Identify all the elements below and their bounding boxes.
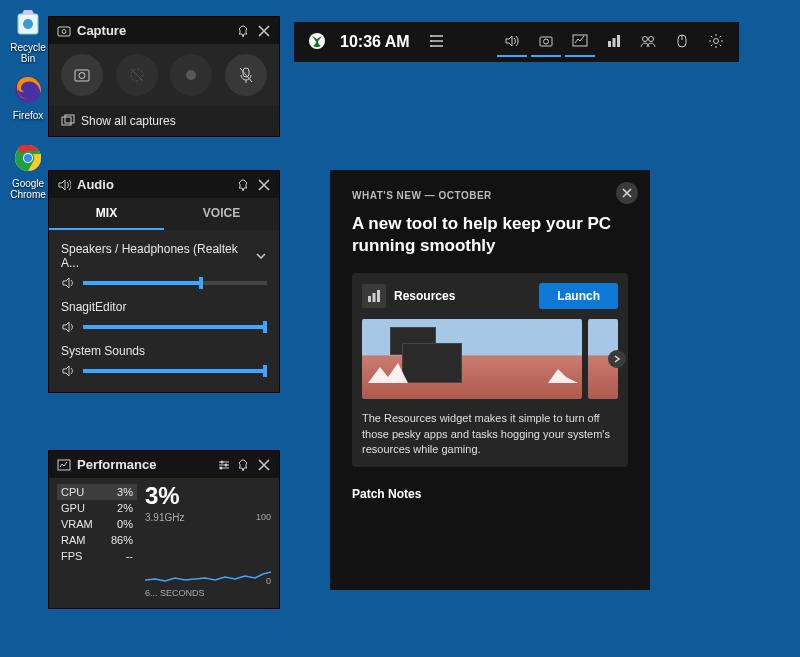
stat-row-fps[interactable]: FPS--: [57, 548, 137, 564]
gamebar-topbar: 10:36 AM: [294, 22, 739, 62]
mic-mute-button[interactable]: [225, 54, 267, 96]
pin-icon[interactable]: [237, 458, 251, 472]
resources-icon: [362, 284, 386, 308]
audio-device-name: SnagitEditor: [61, 300, 267, 314]
tab-voice[interactable]: VOICE: [164, 198, 279, 230]
chevron-down-icon: [255, 250, 267, 262]
perf-chart: 100 0 6... SECONDS: [145, 524, 271, 584]
stat-row-ram[interactable]: RAM86%: [57, 532, 137, 548]
svg-point-18: [225, 463, 228, 466]
desktop-icon-label: Firefox: [10, 110, 46, 121]
volume-icon[interactable]: [61, 320, 75, 334]
svg-point-6: [24, 154, 32, 162]
volume-icon[interactable]: [61, 276, 75, 290]
record-button[interactable]: [170, 54, 212, 96]
desktop-icon-label: Google Chrome: [10, 178, 46, 200]
svg-point-22: [430, 40, 432, 42]
svg-point-10: [79, 73, 85, 79]
svg-rect-15: [65, 115, 74, 123]
topbar-capture-icon[interactable]: [531, 27, 561, 57]
svg-rect-29: [617, 35, 620, 47]
topbar-resources-icon[interactable]: [599, 27, 629, 57]
stat-row-gpu[interactable]: GPU2%: [57, 500, 137, 516]
topbar-performance-icon[interactable]: [565, 27, 595, 57]
svg-point-12: [186, 70, 196, 80]
record-last-button[interactable]: [116, 54, 158, 96]
pin-icon[interactable]: [237, 24, 251, 38]
patch-notes-link[interactable]: Patch Notes: [352, 487, 628, 501]
card-name: Resources: [394, 289, 531, 303]
card-description: The Resources widget makes it simple to …: [362, 411, 618, 457]
svg-rect-28: [613, 38, 616, 47]
news-header: WHAT'S NEW — OCTOBER: [352, 190, 628, 201]
svg-rect-37: [377, 290, 380, 302]
gallery-icon: [61, 114, 75, 128]
audio-device-name[interactable]: Speakers / Headphones (Realtek A...: [61, 242, 267, 270]
audio-device-name: System Sounds: [61, 344, 267, 358]
svg-marker-39: [548, 369, 578, 383]
svg-rect-7: [58, 27, 70, 36]
svg-point-17: [221, 460, 224, 463]
desktop-icon-recycle-bin[interactable]: Recycle Bin: [10, 4, 46, 64]
desktop-icon-label: Recycle Bin: [10, 42, 46, 64]
settings-icon[interactable]: [701, 27, 731, 57]
next-arrow-icon[interactable]: [608, 350, 626, 368]
show-all-captures-link[interactable]: Show all captures: [49, 106, 279, 136]
tab-mix[interactable]: MIX: [49, 198, 164, 230]
stat-row-vram[interactable]: VRAM0%: [57, 516, 137, 532]
svg-rect-35: [368, 296, 371, 302]
widget-title: Audio: [77, 177, 231, 192]
svg-point-25: [544, 39, 549, 44]
close-icon[interactable]: [257, 178, 271, 192]
svg-point-31: [649, 37, 654, 42]
topbar-mouse-icon[interactable]: [667, 27, 697, 57]
svg-rect-16: [58, 460, 70, 470]
volume-slider[interactable]: [83, 325, 267, 329]
performance-widget: Performance CPU3% GPU2% VRAM0% RAM86% FP…: [48, 450, 280, 609]
desktop-icon-firefox[interactable]: Firefox: [10, 72, 46, 121]
firefox-icon: [10, 72, 46, 108]
pin-icon[interactable]: [237, 178, 251, 192]
stat-big-value: 3%: [145, 484, 271, 508]
audio-icon: [57, 178, 71, 192]
widgets-menu-icon[interactable]: [422, 27, 452, 57]
stat-row-cpu[interactable]: CPU3%: [57, 484, 137, 500]
whats-new-panel: WHAT'S NEW — OCTOBER A new tool to help …: [330, 170, 650, 590]
topbar-audio-icon[interactable]: [497, 27, 527, 57]
capture-icon: [57, 24, 71, 38]
close-icon[interactable]: [257, 24, 271, 38]
svg-point-23: [430, 45, 432, 47]
close-icon[interactable]: [616, 182, 638, 204]
capture-widget: Capture Show all captures: [48, 16, 280, 137]
topbar-social-icon[interactable]: [633, 27, 663, 57]
svg-rect-24: [540, 37, 552, 46]
volume-icon[interactable]: [61, 364, 75, 378]
widget-title: Performance: [77, 457, 211, 472]
screenshot-preview: [362, 319, 582, 399]
svg-point-8: [62, 29, 66, 33]
chrome-icon: [10, 140, 46, 176]
svg-point-19: [220, 466, 223, 469]
xbox-icon[interactable]: [302, 27, 332, 57]
news-title: A new tool to help keep your PC running …: [352, 213, 628, 257]
widget-title: Capture: [77, 23, 231, 38]
stat-sub-value: 3.91GHz: [145, 512, 271, 523]
svg-rect-36: [373, 293, 376, 302]
screenshot-button[interactable]: [61, 54, 103, 96]
audio-widget: Audio MIX VOICE Speakers / Headphones (R…: [48, 170, 280, 393]
volume-slider[interactable]: [83, 369, 267, 373]
svg-rect-27: [608, 41, 611, 47]
svg-point-21: [430, 35, 432, 37]
close-icon[interactable]: [257, 458, 271, 472]
recycle-bin-icon: [10, 4, 46, 40]
svg-rect-9: [75, 70, 89, 81]
volume-slider[interactable]: [83, 281, 267, 285]
clock: 10:36 AM: [340, 33, 410, 51]
desktop-icon-chrome[interactable]: Google Chrome: [10, 140, 46, 200]
svg-rect-14: [62, 117, 71, 125]
launch-button[interactable]: Launch: [539, 283, 618, 309]
options-icon[interactable]: [217, 458, 231, 472]
svg-point-30: [643, 37, 648, 42]
resources-card: Resources Launch The Resources widget ma…: [352, 273, 628, 467]
performance-icon: [57, 458, 71, 472]
